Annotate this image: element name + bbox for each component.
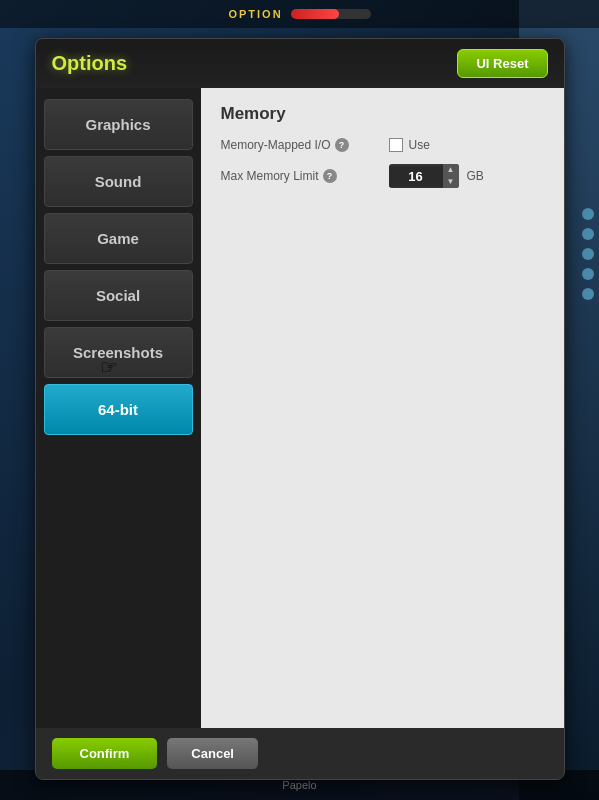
memory-mapped-io-help-icon[interactable]: ? bbox=[335, 138, 349, 152]
spinner-buttons: ▲ ▼ bbox=[443, 164, 459, 188]
dialog-title: Options bbox=[52, 52, 128, 75]
top-bar-title: OPTION bbox=[228, 8, 282, 20]
cancel-button[interactable]: Cancel bbox=[167, 738, 258, 769]
max-memory-limit-help-icon[interactable]: ? bbox=[323, 169, 337, 183]
spinner-up-button[interactable]: ▲ bbox=[443, 164, 459, 176]
confirm-button[interactable]: Confirm bbox=[52, 738, 158, 769]
spinner-value: 16 bbox=[389, 166, 443, 187]
dialog-overlay: Options UI Reset Graphics Sound Game Soc… bbox=[0, 28, 599, 800]
memory-unit-label: GB bbox=[467, 169, 484, 183]
max-memory-limit-row: Max Memory Limit ? 16 ▲ ▼ GB bbox=[221, 164, 544, 188]
spinner-down-button[interactable]: ▼ bbox=[443, 176, 459, 188]
main-content: Memory Memory-Mapped I/O ? Use bbox=[201, 88, 564, 728]
dialog-body: Graphics Sound Game Social Screenshots 6… bbox=[36, 88, 564, 728]
sidebar-item-graphics[interactable]: Graphics bbox=[44, 99, 193, 150]
memory-mapped-io-row: Memory-Mapped I/O ? Use bbox=[221, 138, 544, 152]
memory-mapped-io-checkbox-label: Use bbox=[409, 138, 430, 152]
memory-mapped-io-label: Memory-Mapped I/O ? bbox=[221, 138, 381, 152]
max-memory-spinner: 16 ▲ ▼ bbox=[389, 164, 459, 188]
hp-fill bbox=[291, 9, 339, 19]
content-panel: Memory Memory-Mapped I/O ? Use bbox=[201, 88, 564, 728]
sidebar-item-sound[interactable]: Sound bbox=[44, 156, 193, 207]
sidebar-item-screenshots[interactable]: Screenshots bbox=[44, 327, 193, 378]
ui-reset-button[interactable]: UI Reset bbox=[457, 49, 547, 78]
memory-mapped-io-checkbox[interactable] bbox=[389, 138, 403, 152]
max-memory-limit-label: Max Memory Limit ? bbox=[221, 169, 381, 183]
memory-mapped-io-checkbox-wrapper: Use bbox=[389, 138, 430, 152]
options-dialog: Options UI Reset Graphics Sound Game Soc… bbox=[35, 38, 565, 780]
panel-title: Memory bbox=[221, 104, 544, 124]
sidebar-item-64bit[interactable]: 64-bit bbox=[44, 384, 193, 435]
sidebar: Graphics Sound Game Social Screenshots 6… bbox=[36, 88, 201, 728]
dialog-footer: Confirm Cancel bbox=[36, 728, 564, 779]
sidebar-item-social[interactable]: Social bbox=[44, 270, 193, 321]
sidebar-item-game[interactable]: Game bbox=[44, 213, 193, 264]
dialog-header: Options UI Reset bbox=[36, 39, 564, 88]
hp-bar bbox=[291, 9, 371, 19]
top-bar: OPTION bbox=[0, 0, 599, 28]
